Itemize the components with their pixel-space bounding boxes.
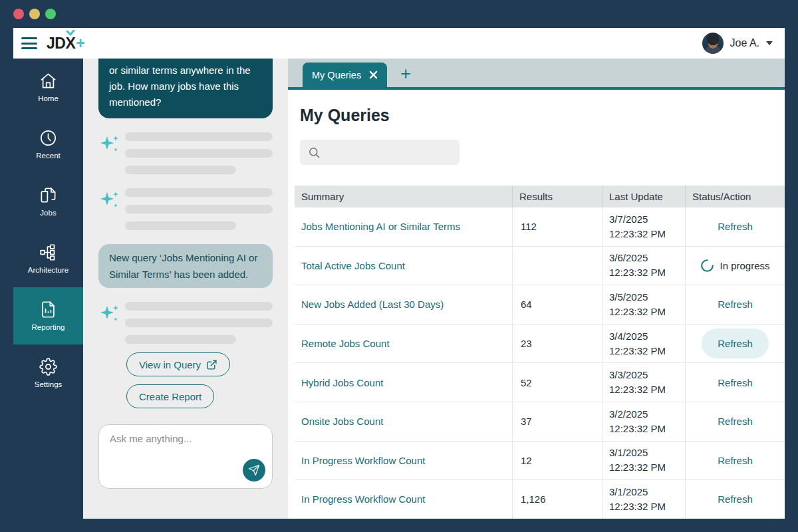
skeleton-bar [125,335,236,344]
queries-table: Summary Results Last Update Status/Actio… [295,186,785,519]
send-icon [248,464,260,476]
refresh-button[interactable]: Refresh [702,329,769,358]
last-update-time: 12:23:32 PM [609,265,666,280]
table-row: Total Active Jobs Count 3/6/202512:23:32… [295,247,785,286]
clock-icon [39,129,57,147]
sidebar-item-reporting[interactable]: Reporting [13,287,83,344]
logo-jd: JD [47,35,65,53]
query-link[interactable]: Total Active Jobs Count [301,260,405,271]
sidebar-item-jobs[interactable]: Jobs [13,173,83,230]
last-update-date: 3/5/2025 [609,290,666,305]
ai-sparkle-icon [98,188,125,230]
assistant-response-loading [98,188,273,230]
table-header-row: Summary Results Last Update Status/Actio… [295,186,785,207]
query-added-notification: New query ‘Jobs Mentioning AI or Similar… [98,244,273,288]
chevron-down-icon [766,41,773,45]
user-name: Joe A. [730,37,759,49]
assistant-response-loading [98,132,273,174]
results-value: 37 [512,402,602,441]
skeleton-bar [125,166,236,174]
assistant-response-loading [98,302,273,344]
gear-icon [39,358,57,376]
search-input[interactable] [326,140,460,165]
assistant-chat-panel: or similar terms anywhere in the job. Ho… [83,59,288,519]
query-link[interactable]: In Progress Workflow Count [301,493,425,505]
query-link[interactable]: New Jobs Added (Last 30 Days) [301,299,444,310]
app-logo: JDX+ [47,35,84,53]
last-update-time: 12:23:32 PM [609,305,666,319]
main-content: My Queries + My Queries Summary Results [288,59,785,519]
ai-sparkle-icon [98,302,125,344]
query-link[interactable]: Hybrid Jobs Count [301,377,383,388]
results-value [512,247,602,285]
send-button[interactable] [243,459,265,481]
table-row: Onsite Jobs Count 37 3/2/202512:23:32 PM… [295,402,785,442]
query-link[interactable]: In Progress Workflow Count [301,455,425,466]
progress-label: In progress [720,260,769,271]
query-link[interactable]: Onsite Jobs Count [301,416,383,427]
chat-input[interactable]: Ask me anything... [98,424,273,489]
refresh-button[interactable]: Refresh [702,446,769,475]
sidebar-item-recent[interactable]: Recent [13,116,83,173]
tab-my-queries[interactable]: My Queries [303,63,387,87]
query-link[interactable]: Jobs Mentioning AI or Similar Terms [301,221,460,232]
last-update-time: 12:23:32 PM [609,227,666,241]
sidebar-item-home[interactable]: Home [13,59,83,116]
last-update-date: 3/3/2025 [609,368,666,382]
results-value: 64 [512,285,602,324]
logo-check-icon [66,30,75,37]
last-update-date: 3/4/2025 [609,329,666,344]
chat-input-placeholder: Ask me anything... [99,425,272,452]
tab-bar: My Queries + [288,59,785,90]
search-box[interactable] [300,140,460,165]
minimize-window-button[interactable] [29,9,40,19]
documents-icon [39,186,57,204]
last-update-time: 12:23:32 PM [609,344,666,358]
table-body: Jobs Mentioning AI or Similar Terms 112 … [295,207,785,519]
table-row: In Progress Workflow Count 12 3/1/202512… [295,442,785,481]
column-header-results: Results [512,186,602,207]
window-titlebar [0,0,798,28]
refresh-button[interactable]: Refresh [702,406,769,436]
spinner-icon [700,259,714,273]
close-tab-icon[interactable] [369,70,378,79]
maximize-window-button[interactable] [45,9,56,19]
last-update-time: 12:23:32 PM [609,382,666,397]
results-value: 52 [512,363,602,402]
column-header-summary: Summary [295,186,512,207]
results-value: 23 [512,325,602,363]
table-row: Hybrid Jobs Count 52 3/3/202512:23:32 PM… [295,363,785,402]
progress-status: In progress [700,259,769,273]
view-in-query-button[interactable]: View in Query [126,352,230,376]
skeleton-bar [125,302,273,311]
refresh-button[interactable]: Refresh [702,289,769,319]
last-update-date: 3/7/2025 [609,212,666,227]
skeleton-bar [125,319,273,327]
last-update-date: 3/1/2025 [609,446,666,460]
last-update-date: 3/6/2025 [609,251,666,265]
results-value: 112 [512,207,602,246]
table-row: Remote Jobs Count 23 3/4/202512:23:32 PM… [295,325,785,364]
close-window-button[interactable] [13,9,24,19]
last-update-time: 12:23:32 PM [609,422,666,436]
user-message-bubble: or similar terms anywhere in the job. Ho… [98,59,273,118]
app-window: JDX+ Joe A. Home Recent Jobs A [13,28,785,519]
sidebar-item-settings[interactable]: Settings [13,344,83,402]
last-update-date: 3/2/2025 [609,407,666,422]
sidebar-item-architecture[interactable]: Architecture [13,230,83,287]
refresh-button[interactable]: Refresh [702,484,769,514]
home-icon [39,72,57,90]
query-link[interactable]: Remote Jobs Count [301,338,390,349]
refresh-button[interactable]: Refresh [702,368,769,398]
refresh-button[interactable]: Refresh [702,211,769,241]
table-row: Jobs Mentioning AI or Similar Terms 112 … [295,207,785,247]
user-menu[interactable]: Joe A. [702,33,773,54]
last-update-date: 3/1/2025 [609,485,666,499]
create-report-button[interactable]: Create Report [126,384,214,408]
logo-plus: + [76,35,84,53]
results-value: 12 [512,442,602,480]
search-icon [308,146,321,159]
add-tab-button[interactable]: + [400,65,411,83]
flowchart-icon [39,243,57,261]
hamburger-menu-icon[interactable] [21,37,37,49]
